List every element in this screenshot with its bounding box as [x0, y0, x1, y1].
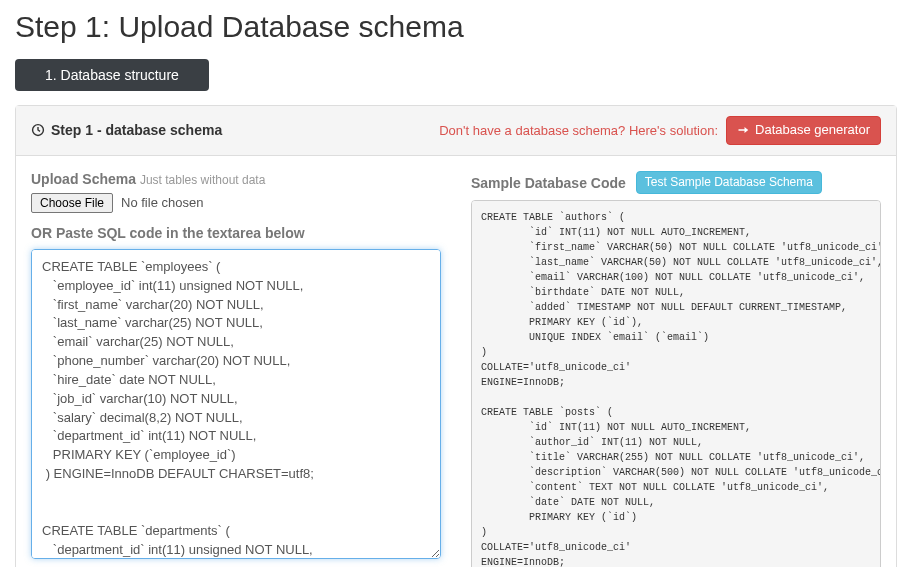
page-title: Step 1: Upload Database schema [15, 10, 897, 44]
panel-step1: Step 1 - database schema Don't have a da… [15, 105, 897, 567]
database-generator-label: Database generator [755, 122, 870, 139]
tab-database-structure[interactable]: 1. Database structure [15, 59, 209, 91]
sample-code-label: Sample Database Code [471, 175, 626, 191]
file-status-text: No file chosen [121, 195, 203, 210]
test-sample-schema-button[interactable]: Test Sample Database Schema [636, 171, 822, 195]
clock-icon [31, 123, 45, 137]
sample-code-block: CREATE TABLE `authors` ( `id` INT(11) NO… [471, 200, 881, 567]
choose-file-button[interactable]: Choose File [31, 193, 113, 213]
upload-schema-label: Upload Schema Just tables without data [31, 171, 441, 187]
panel-heading: Step 1 - database schema Don't have a da… [16, 106, 896, 156]
database-generator-button[interactable]: Database generator [726, 116, 881, 145]
sql-textarea[interactable] [31, 249, 441, 559]
panel-heading-text: Step 1 - database schema [51, 122, 222, 138]
arrow-right-icon [737, 124, 749, 136]
left-column: Upload Schema Just tables without data C… [31, 171, 441, 567]
upload-schema-label-text: Upload Schema [31, 171, 136, 187]
right-column: Sample Database Code Test Sample Databas… [471, 171, 881, 567]
no-schema-link[interactable]: Don't have a database schema? Here's sol… [439, 123, 718, 138]
upload-schema-sublabel: Just tables without data [140, 173, 265, 187]
or-paste-label: OR Paste SQL code in the textarea below [31, 225, 441, 241]
